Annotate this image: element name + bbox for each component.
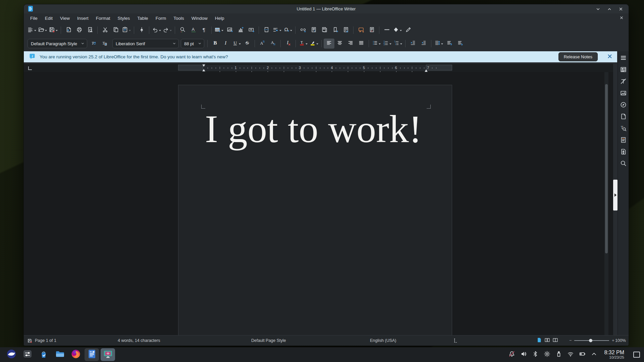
release-notes-button[interactable]: Release Notes: [558, 52, 598, 61]
tray-bluetooth[interactable]: [532, 351, 539, 358]
taskbar-app-menu[interactable]: [4, 348, 18, 361]
zoom-slider-track[interactable]: [574, 340, 609, 341]
close-button[interactable]: [618, 6, 624, 12]
export-pdf-button[interactable]: [63, 25, 74, 35]
insert-chart-button[interactable]: [235, 25, 246, 35]
menu-form[interactable]: Form: [152, 14, 170, 22]
decrease-paragraph-spacing-button[interactable]: [455, 39, 466, 49]
unordered-list-button[interactable]: [371, 39, 382, 49]
sidebar-tab-page[interactable]: [619, 113, 628, 121]
dropdown-arrow-icon[interactable]: [221, 27, 224, 33]
taskbar-screenshot-tool[interactable]: [101, 348, 115, 361]
menu-window[interactable]: Window: [188, 14, 211, 22]
redo-button[interactable]: [162, 25, 173, 35]
insert-table-button[interactable]: [214, 25, 224, 35]
sidebar-toggle-handle[interactable]: [613, 180, 618, 210]
view-book-button[interactable]: [552, 337, 558, 344]
dropdown-arrow-icon[interactable]: [389, 41, 392, 47]
paragraph-style-combo[interactable]: Default Paragraph Style: [28, 39, 87, 48]
dropdown-arrow-icon[interactable]: [441, 41, 443, 47]
taskbar-libreoffice-writer[interactable]: [85, 348, 99, 361]
track-changes-button[interactable]: [366, 25, 377, 35]
increase-indent-button[interactable]: [408, 39, 418, 49]
tray-volume[interactable]: [520, 351, 527, 358]
formatting-marks-button[interactable]: ¶: [199, 25, 209, 35]
insert-cross-reference-button[interactable]: [340, 25, 351, 35]
insert-endnote-button[interactable]: [319, 25, 330, 35]
new-document-button[interactable]: [26, 25, 37, 35]
document-close-icon[interactable]: [619, 15, 624, 21]
menu-styles[interactable]: Styles: [114, 14, 134, 22]
menu-insert[interactable]: Insert: [73, 14, 92, 22]
clone-formatting-button[interactable]: [136, 25, 147, 35]
dropdown-arrow-icon[interactable]: [400, 41, 402, 47]
scrollbar-thumb[interactable]: [605, 84, 608, 253]
dropdown-arrow-icon[interactable]: [55, 27, 58, 33]
insert-hyperlink-button[interactable]: [298, 25, 308, 35]
highlight-color-button[interactable]: [309, 39, 319, 49]
spelling-button[interactable]: A: [188, 25, 199, 35]
view-single-page-button[interactable]: [536, 337, 542, 344]
basic-shapes-button[interactable]: [392, 25, 403, 35]
dropdown-arrow-icon[interactable]: [316, 41, 319, 47]
zoom-in-icon[interactable]: +: [612, 338, 614, 343]
dropdown-arrow-icon[interactable]: [45, 27, 47, 33]
tray-wifi[interactable]: [567, 351, 574, 358]
italic-button[interactable]: I: [220, 39, 231, 49]
underline-button[interactable]: U: [231, 39, 242, 49]
sidebar-tab-gallery[interactable]: [619, 89, 628, 98]
dropdown-arrow-icon[interactable]: [159, 27, 161, 33]
zoom-slider[interactable]: − +: [569, 336, 614, 346]
decrease-indent-button[interactable]: [418, 39, 429, 49]
taskbar-file-manager[interactable]: [52, 348, 67, 361]
menu-tools[interactable]: Tools: [170, 14, 188, 22]
minimize-button[interactable]: [595, 6, 601, 12]
find-replace-button[interactable]: [177, 25, 188, 35]
insert-footnote-button[interactable]: 1: [308, 25, 319, 35]
tray-removable-media[interactable]: [555, 351, 562, 358]
new-style-button[interactable]: T: [99, 39, 110, 49]
maximize-button[interactable]: [606, 6, 612, 12]
outline-list-button[interactable]: 1: [392, 39, 403, 49]
tray-brightness[interactable]: [543, 351, 551, 358]
menu-view[interactable]: View: [56, 14, 73, 22]
view-multi-page-button[interactable]: [544, 337, 550, 344]
align-center-button[interactable]: [334, 39, 345, 49]
font-name-combo[interactable]: Liberation Serif: [112, 39, 179, 48]
dropdown-arrow-icon[interactable]: [238, 41, 241, 47]
menu-edit[interactable]: Edit: [41, 14, 56, 22]
insert-special-character-button[interactable]: Ω: [282, 25, 293, 35]
zoom-out-icon[interactable]: −: [569, 338, 572, 343]
menu-table[interactable]: Table: [133, 14, 152, 22]
sidebar-tab-manage-changes[interactable]: [619, 136, 628, 144]
font-size-combo[interactable]: 88 pt: [181, 39, 204, 48]
dropdown-arrow-icon[interactable]: [378, 41, 381, 47]
dropdown-arrow-icon[interactable]: [399, 27, 402, 33]
paste-button[interactable]: [121, 25, 132, 35]
cut-button[interactable]: [100, 25, 110, 35]
save-button[interactable]: [48, 25, 59, 35]
save-status-icon[interactable]: [27, 336, 32, 346]
titlebar[interactable]: Untitled 1 — LibreOffice Writer: [24, 4, 629, 14]
font-color-button[interactable]: T: [298, 39, 309, 49]
zoom-level[interactable]: 100%: [615, 336, 626, 346]
superscript-button[interactable]: AB: [257, 39, 268, 49]
show-desktop-button[interactable]: [633, 352, 640, 358]
increase-paragraph-spacing-button[interactable]: [444, 39, 455, 49]
tray-battery[interactable]: [579, 351, 586, 358]
insert-comment-button[interactable]: [356, 25, 366, 35]
dropdown-arrow-icon[interactable]: [169, 27, 172, 33]
sidebar-tab-accessibility-check[interactable]: [619, 148, 628, 156]
insert-text-box-button[interactable]: [246, 25, 257, 35]
sidebar-tab-properties[interactable]: [619, 66, 628, 74]
sidebar-tab-styles[interactable]: [619, 78, 628, 86]
document-text[interactable]: I got to work!: [205, 106, 422, 152]
clock[interactable]: 8:32 PM 10/23/25: [604, 350, 624, 360]
align-right-button[interactable]: [345, 39, 356, 49]
word-count[interactable]: 4 words, 14 characters: [118, 336, 160, 346]
sidebar-tab-sidebar-settings[interactable]: [619, 54, 628, 62]
menu-help[interactable]: Help: [211, 14, 228, 22]
infobar-close-icon[interactable]: [607, 54, 612, 60]
align-left-button[interactable]: [324, 39, 334, 49]
print-button[interactable]: [74, 25, 85, 35]
